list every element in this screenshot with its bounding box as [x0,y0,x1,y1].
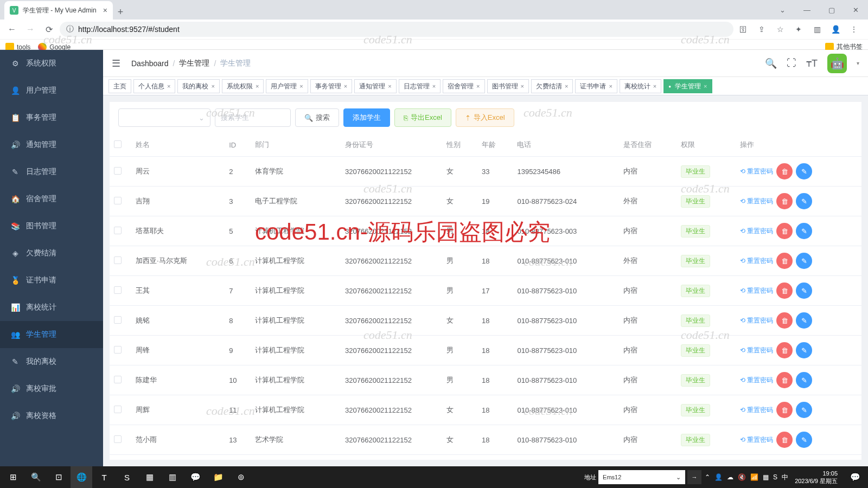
tag-close-icon[interactable]: × [521,83,524,89]
sidebar-item[interactable]: ◈欠费结清 [0,240,103,267]
panel-icon[interactable]: ▥ [810,23,824,36]
tag-close-icon[interactable]: × [256,83,259,89]
reset-password-link[interactable]: ⟲重置密码 [740,316,773,325]
sidebar-item[interactable]: 🔊离校资格 [0,402,103,429]
edit-button[interactable]: ✎ [796,342,812,358]
export-excel-button[interactable]: ⎘导出Excel [394,108,451,127]
browser-tab[interactable]: V 学生管理 - My Vue Admin × [4,1,113,20]
sidebar-item[interactable]: 🏅证书申请 [0,267,103,294]
fontsize-icon[interactable]: ᴛT [806,57,818,69]
forward-button[interactable]: → [23,22,38,37]
reload-button[interactable]: ⟳ [41,22,56,37]
reset-password-link[interactable]: ⟲重置密码 [740,376,773,385]
edit-button[interactable]: ✎ [796,282,812,299]
add-student-button[interactable]: 添加学生 [343,108,390,127]
tag-item[interactable]: 我的离校× [177,79,219,93]
delete-button[interactable]: 🗑 [776,342,793,358]
tag-item[interactable]: 图书管理× [487,79,529,93]
tag-item[interactable]: 证书申请× [575,79,617,93]
maximize-button[interactable]: ▢ [819,0,844,20]
sidebar-item[interactable]: ✎我的离校 [0,348,103,375]
tag-item[interactable]: 宿舍管理× [443,79,484,93]
delete-button[interactable]: 🗑 [776,282,793,299]
star-icon[interactable]: ☆ [774,23,787,36]
row-checkbox[interactable] [114,286,122,294]
tag-item[interactable]: 欠费结清× [531,79,573,93]
tag-close-icon[interactable]: × [476,83,480,89]
tab-close-icon[interactable]: × [103,6,107,15]
delete-button[interactable]: 🗑 [776,163,793,179]
edit-button[interactable]: ✎ [796,163,812,179]
tag-close-icon[interactable]: × [609,83,612,89]
reset-password-link[interactable]: ⟲重置密码 [740,346,773,355]
sidebar-item[interactable]: 👤用户管理 [0,77,103,104]
avatar[interactable]: 🤖 [827,54,847,73]
delete-button[interactable]: 🗑 [776,432,793,448]
tag-item[interactable]: 主页 [108,79,131,93]
row-checkbox[interactable] [114,406,122,413]
caret-down-icon[interactable]: ▾ [857,60,859,66]
row-checkbox[interactable] [114,227,122,234]
tag-close-icon[interactable]: × [653,83,656,89]
tag-item[interactable]: 日志管理× [399,79,441,93]
key-icon[interactable]: ⚿ [737,23,750,36]
tag-item[interactable]: 系统权限× [222,79,264,93]
tag-close-icon[interactable]: × [432,83,436,89]
profile-icon[interactable]: 👤 [829,23,842,36]
sidebar-item[interactable]: 🔊离校审批 [0,375,103,402]
sidebar-item[interactable]: 📊离校统计 [0,294,103,321]
hamburger-icon[interactable]: ☰ [112,57,120,69]
edit-button[interactable]: ✎ [796,223,812,239]
reset-password-link[interactable]: ⟲重置密码 [740,286,773,296]
reset-password-link[interactable]: ⟲重置密码 [740,227,773,236]
delete-button[interactable]: 🗑 [776,223,793,239]
row-checkbox[interactable] [114,316,122,324]
row-checkbox[interactable] [114,256,122,264]
sidebar-item[interactable]: 🏠宿舍管理 [0,185,103,213]
tag-close-icon[interactable]: × [704,83,707,89]
tag-item[interactable]: 用户管理× [266,79,308,93]
sidebar-item[interactable]: 📋事务管理 [0,104,103,131]
tag-close-icon[interactable]: × [388,83,391,89]
edit-button[interactable]: ✎ [796,402,812,418]
extensions-icon[interactable]: ✦ [792,23,805,36]
row-checkbox[interactable] [114,346,122,354]
tag-item[interactable]: 学生管理× [663,79,712,93]
close-button[interactable]: ✕ [844,0,868,20]
row-checkbox[interactable] [114,435,122,443]
import-excel-button[interactable]: ⇡导入Excel [456,108,514,127]
tag-close-icon[interactable]: × [344,83,347,89]
sidebar-item[interactable]: ⚙系统权限 [0,50,103,77]
minimize-button[interactable]: — [795,0,819,20]
reset-password-link[interactable]: ⟲重置密码 [740,197,773,206]
fullscreen-icon[interactable]: ⛶ [787,57,796,69]
reset-password-link[interactable]: ⟲重置密码 [740,435,773,445]
search-icon[interactable]: 🔍 [765,57,777,69]
row-checkbox[interactable] [114,167,122,175]
search-button[interactable]: 🔍搜索 [295,108,339,127]
tag-item[interactable]: 事务管理× [310,79,352,93]
edit-button[interactable]: ✎ [796,432,812,448]
new-tab-button[interactable]: + [113,4,128,20]
sidebar-item[interactable]: 👥学生管理 [0,321,103,348]
edit-button[interactable]: ✎ [796,312,812,329]
delete-button[interactable]: 🗑 [776,253,793,269]
reset-password-link[interactable]: ⟲重置密码 [740,256,773,266]
delete-button[interactable]: 🗑 [776,372,793,388]
edit-button[interactable]: ✎ [796,193,812,209]
search-input[interactable]: 搜索学生 [215,108,291,127]
share-icon[interactable]: ⇪ [755,23,768,36]
filter-select[interactable]: ⌄ [118,108,210,127]
tag-close-icon[interactable]: × [211,83,214,89]
url-input[interactable]: ⓘ http://localhost:9527/#/student [60,22,733,37]
checkbox-all[interactable] [114,140,122,148]
menu-icon[interactable]: ⋮ [847,23,860,36]
tag-close-icon[interactable]: × [565,83,568,89]
tag-item[interactable]: 通知管理× [354,79,396,93]
breadcrumb-item[interactable]: 学生管理 [179,59,209,68]
reset-password-link[interactable]: ⟲重置密码 [740,167,773,176]
breadcrumb-item[interactable]: Dashboard [131,59,169,68]
tag-item[interactable]: 个人信息× [133,79,175,93]
tag-item[interactable]: 离校统计× [620,79,661,93]
sidebar-item[interactable]: ✎日志管理 [0,158,103,185]
